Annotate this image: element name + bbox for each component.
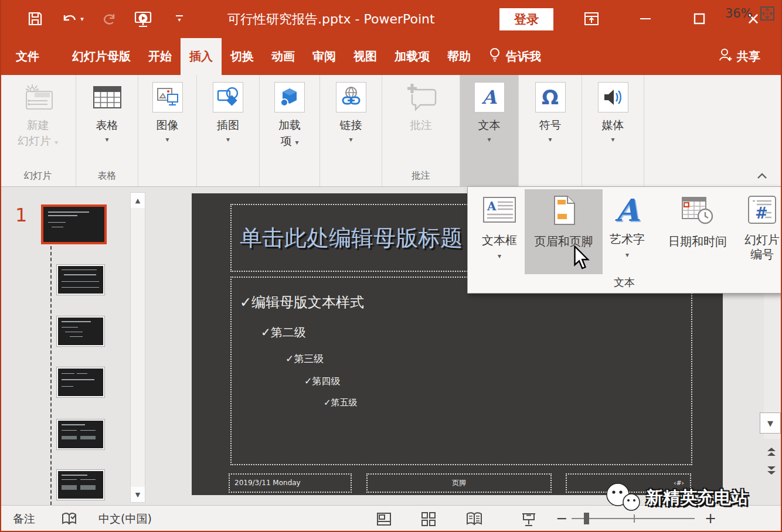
next-slide-button[interactable] [765, 464, 778, 477]
illustrations-button[interactable]: 插图 ▾ [197, 75, 259, 144]
customize-qat-caret[interactable]: ▾ [169, 8, 190, 29]
media-button[interactable]: 媒体 ▾ [582, 75, 644, 144]
body-placeholder[interactable]: ✓编辑母版文本样式 ✓第二级 ✓第三级 ✓第四级 ✓第五级 [230, 277, 692, 465]
lightbulb-icon [488, 47, 501, 66]
footer-text: 页脚 [368, 475, 550, 492]
tab-file[interactable]: 文件 [7, 38, 48, 75]
zoom-out-button[interactable]: − [556, 505, 567, 532]
group-table: 表格 ▾ 表格 [76, 75, 138, 186]
ribbon-display-options-button[interactable] [578, 7, 605, 30]
header-footer-icon [551, 195, 577, 228]
zoom-slider-center-tick [634, 514, 635, 523]
omega-icon: Ω [535, 82, 566, 112]
fit-slide-to-window-button[interactable] [760, 0, 775, 27]
group-symbols-collapsed: Ω 符号 ▾ [519, 75, 582, 186]
layout-thumbnail-2[interactable] [57, 316, 104, 346]
save-button[interactable] [25, 8, 46, 29]
mouse-cursor [572, 245, 590, 272]
master-slide-thumbnail-selected[interactable] [41, 204, 107, 244]
slideshow-view-button[interactable] [521, 506, 537, 532]
spell-check-icon[interactable] [61, 506, 77, 532]
caret-icon: ▾ [295, 138, 299, 146]
slide-sorter-view-button[interactable] [421, 506, 436, 532]
reading-view-button[interactable] [465, 506, 483, 532]
master-layout-connector [50, 246, 52, 505]
thumbnail-pane-scrollbar[interactable]: ▲ ▼ [130, 192, 145, 503]
text-button-expanded[interactable]: A 文本 ▾ [460, 75, 518, 144]
date-placeholder[interactable]: 2019/3/11 Monday [229, 473, 352, 493]
wordart-menu-item[interactable]: A 艺术字 ▾ [604, 189, 651, 274]
minimize-button[interactable] [632, 7, 659, 30]
scroll-up-button[interactable]: ▲ [131, 193, 145, 208]
caret-icon: ▾ [165, 135, 169, 144]
maximize-button[interactable] [686, 7, 713, 30]
layout-thumbnail-5[interactable] [57, 470, 104, 500]
layout-thumbnail-1[interactable] [57, 265, 104, 295]
links-icon [336, 82, 366, 112]
start-slideshow-button[interactable] [132, 8, 154, 29]
svg-text:A: A [487, 199, 497, 213]
tab-view[interactable]: 视图 [345, 38, 386, 75]
share-person-icon [718, 47, 733, 66]
redo-button-disabled [98, 8, 120, 29]
zoom-slider-thumb[interactable] [584, 513, 589, 524]
tab-addins[interactable]: 加载项 [386, 38, 438, 75]
tab-home[interactable]: 开始 [140, 38, 181, 75]
tab-help[interactable]: 帮助 [438, 38, 480, 75]
group-images-collapsed: 图像 ▾ [138, 75, 197, 186]
new-slide-button[interactable]: 新建幻灯片 ▾ [0, 75, 76, 151]
date-time-menu-item[interactable]: 日期和时间 [652, 189, 743, 274]
undo-dropdown-caret[interactable]: ▾ [77, 8, 87, 29]
zoom-slider-track[interactable] [572, 518, 695, 519]
login-button[interactable]: 登录 [499, 8, 553, 30]
text-icon: A [474, 82, 505, 112]
tab-insert[interactable]: 插入 [181, 38, 222, 75]
bullet-level-1: ✓编辑母版文本样式 [240, 293, 691, 312]
addins-icon [274, 82, 305, 112]
dropdown-group-label-text: 文本 [468, 275, 781, 289]
tab-review[interactable]: 审阅 [304, 38, 345, 75]
group-addins-collapsed: 加载项 ▾ [260, 75, 320, 186]
comment-button-disabled: 批注 [382, 75, 460, 133]
date-text: 2019/3/11 Monday [230, 475, 351, 492]
undo-button[interactable] [59, 8, 80, 29]
wechat-logo-icon [604, 480, 641, 516]
tab-slide-master[interactable]: 幻灯片母版 [63, 38, 140, 75]
language-indicator[interactable]: 中文(中国) [98, 506, 152, 532]
normal-view-button[interactable] [376, 506, 392, 532]
group-slides: 新建幻灯片 ▾ 幻灯片 [0, 75, 76, 186]
notes-button[interactable]: 备注 [13, 506, 35, 532]
caret-icon: ▾ [498, 252, 501, 260]
group-label-comments: 批注 [382, 170, 460, 182]
tab-share[interactable]: 共享 [709, 38, 769, 75]
layout-thumbnail-4[interactable] [57, 420, 104, 449]
caret-icon: ▾ [55, 138, 58, 146]
caret-icon: ▾ [226, 135, 230, 144]
previous-slide-button[interactable] [765, 445, 778, 458]
bullet-level-2: ✓第二级 [261, 325, 691, 340]
title-bar: ▾ ▾ 可行性研究报告.pptx - PowerPoint 登录 × [0, 0, 782, 38]
tab-tell-me[interactable]: 告诉我 [480, 38, 550, 75]
textbox-menu-item[interactable]: A 文本框 ▾ [475, 189, 524, 274]
footer-placeholder[interactable]: 页脚 [366, 473, 552, 493]
bullet-level-3: ✓第三级 [285, 352, 691, 366]
layout-thumbnail-3[interactable] [57, 367, 104, 397]
group-media-collapsed: 媒体 ▾ [582, 75, 644, 186]
tab-animations[interactable]: 动画 [263, 38, 304, 75]
header-footer-menu-item[interactable]: 页眉和页脚 [525, 189, 603, 274]
images-icon [152, 82, 183, 112]
window-title: 可行性研究报告.pptx - PowerPoint [227, 0, 435, 38]
table-button[interactable]: 表格 ▾ [76, 75, 138, 144]
addins-button[interactable]: 加载项 ▾ [260, 75, 319, 151]
images-button[interactable]: 图像 ▾ [138, 75, 196, 144]
tab-transitions[interactable]: 切换 [222, 38, 263, 75]
editor-scroll-down-button[interactable]: ▼ [760, 412, 781, 434]
zoom-percentage[interactable]: 36% [725, 0, 753, 27]
scroll-down-button[interactable]: ▼ [131, 487, 145, 502]
wordart-icon: A [616, 195, 639, 226]
symbols-button[interactable]: Ω 符号 ▾ [519, 75, 582, 144]
links-button[interactable]: 链接 ▾ [320, 75, 382, 144]
slide-number-icon: # [747, 195, 777, 227]
slide-number-menu-item[interactable]: # 幻灯片编号 [744, 189, 780, 274]
collapse-ribbon-chevron[interactable] [757, 170, 767, 182]
